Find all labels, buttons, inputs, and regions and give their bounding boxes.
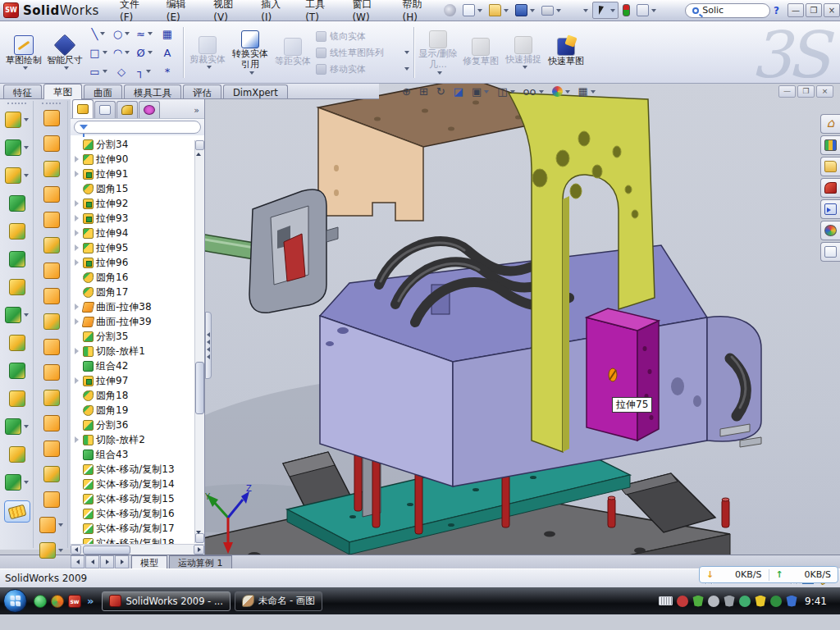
reference-point-icon[interactable]	[4, 413, 30, 439]
tree-item[interactable]: 拉伸95	[72, 240, 204, 255]
offset-entities-button[interactable]: 等距实体	[272, 24, 314, 81]
split-body-icon[interactable]	[8, 358, 26, 383]
tray-sync-icon[interactable]	[739, 596, 751, 607]
zoom-fit-icon[interactable]: ⊕	[400, 85, 413, 98]
expand-arrow-icon[interactable]	[74, 363, 80, 369]
open-icon[interactable]	[486, 2, 511, 18]
combine-bodies-icon[interactable]	[8, 330, 26, 355]
insert-block-part[interactable]	[587, 308, 659, 441]
expand-arrow-icon[interactable]	[74, 510, 80, 517]
scroll-thumb[interactable]	[195, 362, 204, 414]
expand-arrow-icon[interactable]	[74, 171, 80, 177]
zoom-area-icon[interactable]: ⊞	[418, 85, 430, 98]
tray-warning-icon[interactable]	[755, 596, 766, 607]
quicklaunch-ball-icon[interactable]	[51, 595, 64, 608]
tree-filter-input[interactable]	[74, 121, 201, 134]
tab-mold-tools[interactable]: 模具工具	[124, 84, 181, 98]
rapid-sketch-button[interactable]: 快速草图	[545, 24, 587, 81]
swept-surface-icon[interactable]	[43, 234, 61, 257]
offset-surface-icon[interactable]	[43, 412, 61, 435]
point-icon[interactable]: *	[156, 62, 179, 81]
parting-line-icon[interactable]	[43, 107, 61, 130]
expand-arrow-icon[interactable]	[74, 156, 80, 162]
tree-item[interactable]: 实体-移动/复制13	[72, 462, 204, 477]
expand-arrow-icon[interactable]	[74, 274, 80, 281]
tree-item[interactable]: 组合42	[72, 358, 204, 373]
appearances-icon[interactable]: ●	[550, 85, 572, 98]
tab-surfaces[interactable]: 曲面	[84, 84, 122, 98]
revolved-boss-icon[interactable]	[4, 107, 30, 132]
ime-icon[interactable]	[660, 2, 680, 18]
minimize-button[interactable]: —	[788, 3, 804, 17]
view-orientation-icon[interactable]: ▣	[470, 85, 491, 98]
helix-curve-icon[interactable]	[4, 469, 30, 495]
first-tab-button[interactable]	[71, 555, 84, 568]
model-3d-view[interactable]: Y Z X	[205, 84, 840, 555]
graphics-area[interactable]: Y Z X ⊕⊞↻◪▣◫oo●▦ — ❐ × 拉伸75	[205, 84, 840, 555]
tree-item[interactable]: 分割36	[72, 418, 204, 432]
quicklaunch-solidworks-icon[interactable]: SW	[68, 595, 81, 608]
tray-antivirus-icon[interactable]	[677, 596, 688, 607]
expand-arrow-icon[interactable]	[74, 289, 80, 295]
tree-item[interactable]: 圆角15	[72, 181, 204, 196]
move-entities-button[interactable]: 移动实体	[314, 62, 411, 76]
tray-shield-icon[interactable]	[692, 596, 704, 607]
scroll-right-button[interactable]	[194, 545, 204, 555]
tab-dimxpert[interactable]: DimXpert	[223, 84, 288, 98]
tree-item[interactable]: 分割35	[72, 329, 204, 344]
taskbar-task-solidworks[interactable]: SolidWorks 2009 - ...	[102, 591, 231, 611]
scroll-down-button[interactable]	[195, 533, 204, 543]
model-tab[interactable]: 模型	[131, 555, 167, 568]
configurationmanager-tab[interactable]	[116, 101, 138, 118]
revolved-surface-icon[interactable]	[43, 285, 61, 308]
save-icon[interactable]	[513, 2, 537, 18]
mirror-entities-button[interactable]: 镜向实体	[314, 30, 411, 43]
rebuild-icon[interactable]	[620, 2, 632, 18]
task-pane-resources-tab[interactable]	[820, 114, 840, 134]
parting-surface-icon[interactable]	[43, 158, 61, 180]
quicklaunch-messenger-icon[interactable]	[34, 595, 47, 608]
tree-item[interactable]: 实体-移动/复制18	[72, 536, 204, 544]
expand-arrow-icon[interactable]	[74, 422, 80, 428]
expand-arrow-icon[interactable]	[74, 525, 80, 532]
tree-item[interactable]: 圆角18	[72, 388, 204, 403]
tree-item[interactable]: 组合43	[72, 447, 204, 462]
filled-surface-icon[interactable]	[43, 361, 61, 384]
taskbar-task-paint[interactable]: 未命名 - 画图	[235, 591, 322, 611]
trim-entities-button[interactable]: 剪裁实体	[186, 24, 229, 81]
tree-item[interactable]: 切除-放样1	[72, 344, 204, 358]
boundary-boss-icon[interactable]	[8, 274, 26, 299]
expand-arrow-icon[interactable]	[74, 466, 80, 472]
display-style-icon[interactable]: ◫	[495, 85, 516, 98]
scroll-left-button[interactable]	[71, 545, 81, 555]
quick-snaps-button[interactable]: 快速捕捉	[502, 24, 545, 81]
close-button[interactable]: ×	[824, 3, 840, 17]
tab-sketch[interactable]: 草图	[43, 84, 82, 99]
tab-features[interactable]: 特征	[3, 84, 42, 98]
tree-item[interactable]: 拉伸91	[72, 167, 204, 181]
expand-arrow-icon[interactable]	[74, 481, 80, 487]
dimension-button[interactable]: 智能尺寸	[44, 24, 85, 81]
tree-item[interactable]: 圆角19	[72, 403, 204, 418]
select-icon[interactable]	[592, 2, 619, 19]
tree-item[interactable]: 拉伸97	[72, 373, 204, 388]
tree-item[interactable]: 拉伸96	[72, 255, 204, 270]
fillet-feature-icon[interactable]	[4, 162, 30, 188]
display-delete-relations-button[interactable]: 显示/删除几...	[417, 24, 459, 81]
linear-pattern-icon[interactable]	[4, 302, 30, 327]
area-hatch-icon[interactable]: ▦	[156, 25, 179, 43]
task-pane-design-library-tab[interactable]	[820, 135, 840, 155]
instant3d-button[interactable]	[4, 500, 30, 523]
move-copy-body-icon[interactable]	[8, 386, 26, 411]
core-icon[interactable]	[43, 208, 61, 231]
featuremanager-tab[interactable]	[72, 99, 94, 118]
doc-close-button[interactable]: ×	[816, 85, 833, 98]
extruded-surface-icon[interactable]	[43, 259, 61, 282]
options-icon[interactable]	[634, 2, 659, 18]
tray-security-icon[interactable]	[770, 596, 782, 607]
repair-sketch-button[interactable]: 修复草图	[459, 24, 502, 81]
reference-plane-icon[interactable]	[8, 441, 26, 467]
tree-item[interactable]: 实体-移动/复制16	[72, 506, 204, 521]
expand-arrow-icon[interactable]	[74, 333, 80, 340]
extruded-cut-icon[interactable]	[4, 135, 30, 160]
